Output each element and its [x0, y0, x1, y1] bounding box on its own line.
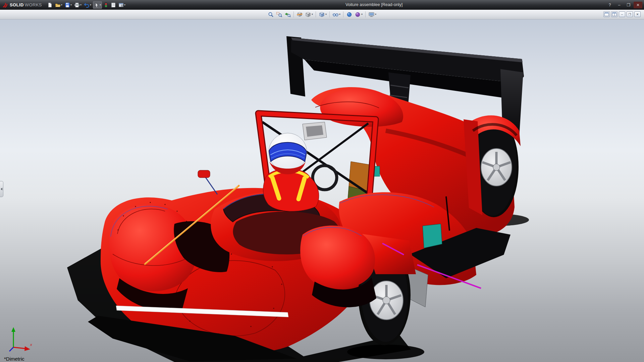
scene-ball-icon	[355, 11, 361, 18]
graphics-area[interactable]: x *Dimetric	[0, 19, 644, 362]
save-button[interactable]: ▾	[64, 1, 72, 9]
view-settings-button[interactable]: ▾	[368, 10, 377, 18]
window-controls: ? – ❐ ✕	[605, 2, 644, 8]
dropdown-caret[interactable]: ▾	[61, 4, 62, 6]
toolbar-separator	[293, 11, 294, 17]
toolbar-separator	[365, 11, 366, 17]
undo-arrow-icon	[84, 2, 90, 8]
z-axis-stub	[9, 347, 13, 351]
x-axis-arrow	[24, 346, 30, 351]
doc-close-button[interactable]: ✕	[634, 11, 641, 17]
options-window-icon	[118, 2, 124, 8]
window-title: Voiture assemblee [Read-only]	[148, 2, 600, 7]
view-orientation-label: *Dimetric	[4, 356, 24, 362]
side-glass	[423, 224, 442, 248]
dropdown-caret[interactable]: ▾	[325, 13, 327, 16]
design-binder-icon	[111, 2, 116, 8]
open-folder-icon	[55, 2, 61, 8]
orientation-triad: x	[6, 326, 34, 354]
previous-view-button[interactable]	[284, 10, 291, 18]
solidworks-logo: SOLIDWORKS	[0, 2, 47, 8]
minimize-button[interactable]: –	[615, 2, 624, 8]
section-view-icon	[297, 11, 303, 18]
design-binder-button[interactable]	[110, 1, 117, 9]
options-button[interactable]: ▾	[118, 1, 126, 9]
view-orientation-cube-icon	[305, 11, 311, 18]
side-mirror[interactable]	[198, 170, 210, 178]
document-window-controls: – ❐ ✕	[603, 11, 641, 17]
pane-single-icon	[604, 12, 609, 16]
title-bar: SOLIDWORKS ▾ ▾ ▾ ▾ ▾	[0, 0, 644, 10]
dropdown-caret[interactable]: ▾	[124, 4, 125, 6]
pane-single-button[interactable]	[603, 11, 610, 17]
undo-button[interactable]: ▾	[83, 1, 92, 9]
open-button[interactable]: ▾	[54, 1, 63, 9]
help-button[interactable]: ?	[605, 2, 614, 8]
3d-model-race-car[interactable]	[0, 19, 644, 362]
dropdown-caret[interactable]: ▾	[312, 13, 313, 16]
toolbar-separator	[329, 11, 330, 17]
monitor-icon	[368, 11, 375, 18]
zoom-to-area-button[interactable]	[275, 10, 283, 18]
hide-show-items-button[interactable]: ▾	[332, 10, 341, 18]
new-document-button[interactable]	[47, 1, 53, 9]
appearance-ball-icon	[346, 11, 353, 18]
print-icon	[74, 2, 80, 8]
traffic-light-icon	[104, 2, 108, 8]
doc-restore-button[interactable]: ❐	[627, 11, 633, 17]
zoom-to-area-icon	[276, 11, 282, 18]
brand-works: WORKS	[25, 2, 42, 7]
chevron-left-icon	[1, 188, 2, 190]
solidworks-swirl-icon	[2, 2, 9, 8]
rear-hub	[493, 164, 500, 171]
dropdown-caret[interactable]: ▾	[100, 4, 101, 6]
brand-solid: SOLID	[10, 2, 24, 7]
previous-view-icon	[284, 11, 291, 18]
x-axis-label: x	[30, 343, 32, 347]
maximize-button[interactable]: ❐	[624, 2, 633, 8]
section-view-button[interactable]	[296, 10, 304, 18]
close-button[interactable]: ✕	[634, 2, 642, 8]
zoom-to-fit-icon	[268, 11, 274, 18]
view-toolbar: ▾ ▾ ▾ ▾ ▾	[267, 10, 377, 18]
display-style-button[interactable]: ▾	[318, 10, 327, 18]
panel-expander-tab[interactable]	[0, 181, 3, 197]
toolbar-separator	[316, 11, 316, 17]
select-cursor-icon	[94, 2, 99, 8]
dropdown-caret[interactable]: ▾	[375, 13, 376, 16]
file-toolbar: ▾ ▾ ▾ ▾ ▾ ▾	[47, 1, 126, 9]
dropdown-caret[interactable]: ▾	[70, 4, 72, 6]
glasses-icon	[332, 11, 339, 18]
toolbar-separator	[343, 11, 343, 17]
save-disk-icon	[65, 2, 70, 8]
print-button[interactable]: ▾	[73, 1, 82, 9]
display-style-cube-icon	[319, 11, 325, 18]
heads-up-row: ▾ ▾ ▾ ▾ ▾ – ❐	[0, 10, 644, 19]
new-document-icon	[47, 2, 53, 8]
edit-appearance-button[interactable]	[345, 10, 353, 18]
select-tool-button[interactable]: ▾	[93, 1, 102, 9]
view-orientation-button[interactable]: ▾	[304, 10, 314, 18]
doc-minimize-button[interactable]: –	[619, 11, 625, 17]
dropdown-caret[interactable]: ▾	[339, 13, 340, 16]
driver[interactable]	[263, 133, 337, 211]
dropdown-caret[interactable]: ▾	[90, 4, 91, 6]
apply-scene-button[interactable]: ▾	[354, 10, 363, 18]
pane-split-icon	[612, 12, 616, 16]
y-axis-arrow	[11, 327, 15, 332]
dropdown-caret[interactable]: ▾	[361, 13, 363, 16]
zoom-to-fit-button[interactable]	[267, 10, 275, 18]
dropdown-caret[interactable]: ▾	[80, 4, 82, 6]
rebuild-button[interactable]	[103, 1, 109, 9]
pane-split-button[interactable]	[611, 11, 618, 17]
front-hub	[383, 297, 390, 304]
